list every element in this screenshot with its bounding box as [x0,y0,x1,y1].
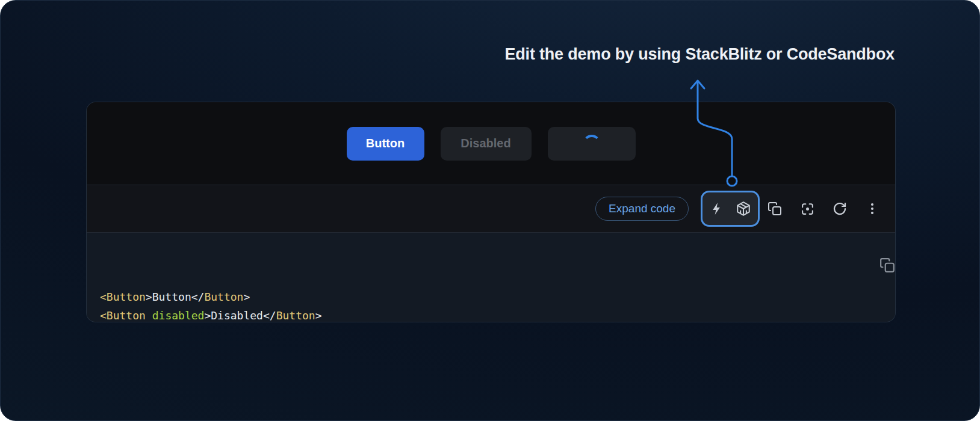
component-demo-card: Button Disabled Expand code [86,102,896,322]
copy-code-button[interactable] [861,248,877,264]
stackblitz-button[interactable] [709,201,725,217]
demo-loading-button[interactable] [548,127,636,161]
stackblitz-bolt-icon [710,201,724,216]
code-line: <Button disabled>Disabled</Button> [100,306,881,322]
more-kebab-icon [865,201,879,216]
copy-demo-button[interactable] [767,201,783,217]
copy-icon [768,201,782,216]
demo-disabled-button[interactable]: Disabled [441,127,532,161]
code-lines: <Button>Button</Button><Button disabled>… [100,287,881,322]
online-ide-group-highlighted [701,191,760,227]
codesandbox-cube-icon [736,201,751,217]
code-line: <Button>Button</Button> [100,287,881,306]
loading-spinner-icon [583,135,601,153]
copy-icon [879,257,895,273]
standalone-view-button[interactable] [799,201,815,217]
demo-primary-button[interactable]: Button [347,127,424,161]
refresh-icon [833,201,847,216]
refresh-demo-button[interactable] [832,201,848,217]
expand-code-button[interactable]: Expand code [595,197,689,221]
annotation-title: Edit the demo by using StackBlitz or Cod… [505,45,895,64]
code-block: <Button>Button</Button><Button disabled>… [87,233,895,322]
demo-preview-area: Button Disabled [87,102,895,185]
more-actions-button[interactable] [864,201,880,217]
docs-page: Edit the demo by using StackBlitz or Cod… [0,0,980,421]
demo-toolbar: Expand code [87,185,895,233]
codesandbox-button[interactable] [736,201,751,217]
standalone-focus-icon [800,201,815,217]
